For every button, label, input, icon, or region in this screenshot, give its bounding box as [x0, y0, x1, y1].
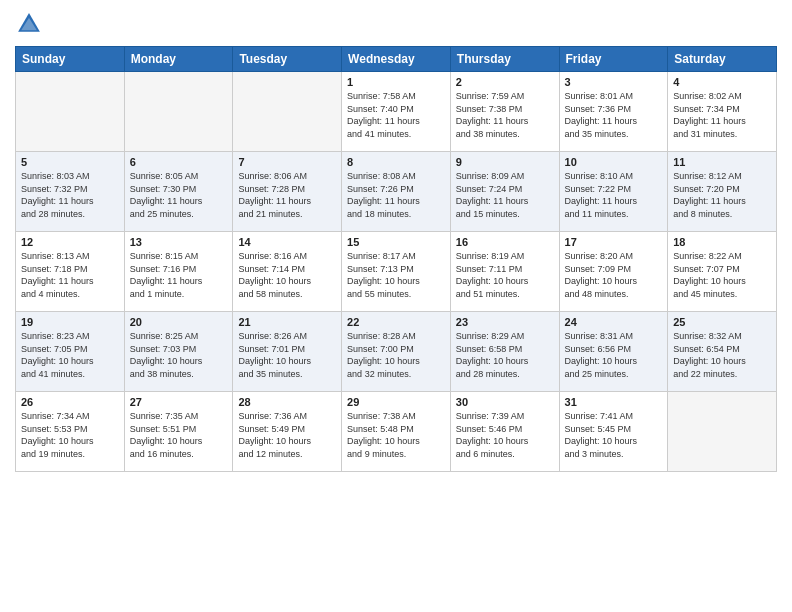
calendar-cell: [668, 392, 777, 472]
day-info: Sunrise: 8:22 AM Sunset: 7:07 PM Dayligh…: [673, 250, 771, 300]
day-info: Sunrise: 8:13 AM Sunset: 7:18 PM Dayligh…: [21, 250, 119, 300]
day-number: 4: [673, 76, 771, 88]
day-number: 26: [21, 396, 119, 408]
calendar-cell: 9Sunrise: 8:09 AM Sunset: 7:24 PM Daylig…: [450, 152, 559, 232]
weekday-header-monday: Monday: [124, 47, 233, 72]
calendar-cell: 26Sunrise: 7:34 AM Sunset: 5:53 PM Dayli…: [16, 392, 125, 472]
calendar-cell: 11Sunrise: 8:12 AM Sunset: 7:20 PM Dayli…: [668, 152, 777, 232]
day-info: Sunrise: 7:39 AM Sunset: 5:46 PM Dayligh…: [456, 410, 554, 460]
calendar-cell: 27Sunrise: 7:35 AM Sunset: 5:51 PM Dayli…: [124, 392, 233, 472]
calendar-cell: 14Sunrise: 8:16 AM Sunset: 7:14 PM Dayli…: [233, 232, 342, 312]
calendar-week-row: 12Sunrise: 8:13 AM Sunset: 7:18 PM Dayli…: [16, 232, 777, 312]
day-info: Sunrise: 7:59 AM Sunset: 7:38 PM Dayligh…: [456, 90, 554, 140]
day-info: Sunrise: 8:20 AM Sunset: 7:09 PM Dayligh…: [565, 250, 663, 300]
day-number: 14: [238, 236, 336, 248]
day-number: 13: [130, 236, 228, 248]
calendar-cell: 22Sunrise: 8:28 AM Sunset: 7:00 PM Dayli…: [342, 312, 451, 392]
calendar-cell: [124, 72, 233, 152]
day-info: Sunrise: 8:02 AM Sunset: 7:34 PM Dayligh…: [673, 90, 771, 140]
day-number: 3: [565, 76, 663, 88]
day-number: 8: [347, 156, 445, 168]
day-info: Sunrise: 7:58 AM Sunset: 7:40 PM Dayligh…: [347, 90, 445, 140]
calendar-week-row: 5Sunrise: 8:03 AM Sunset: 7:32 PM Daylig…: [16, 152, 777, 232]
day-number: 28: [238, 396, 336, 408]
day-info: Sunrise: 8:16 AM Sunset: 7:14 PM Dayligh…: [238, 250, 336, 300]
day-info: Sunrise: 8:29 AM Sunset: 6:58 PM Dayligh…: [456, 330, 554, 380]
day-info: Sunrise: 8:32 AM Sunset: 6:54 PM Dayligh…: [673, 330, 771, 380]
calendar-cell: 23Sunrise: 8:29 AM Sunset: 6:58 PM Dayli…: [450, 312, 559, 392]
weekday-header-row: SundayMondayTuesdayWednesdayThursdayFrid…: [16, 47, 777, 72]
day-info: Sunrise: 8:09 AM Sunset: 7:24 PM Dayligh…: [456, 170, 554, 220]
header: [15, 10, 777, 38]
day-info: Sunrise: 8:23 AM Sunset: 7:05 PM Dayligh…: [21, 330, 119, 380]
day-info: Sunrise: 7:34 AM Sunset: 5:53 PM Dayligh…: [21, 410, 119, 460]
calendar-cell: [16, 72, 125, 152]
calendar-cell: 18Sunrise: 8:22 AM Sunset: 7:07 PM Dayli…: [668, 232, 777, 312]
day-number: 30: [456, 396, 554, 408]
day-info: Sunrise: 8:05 AM Sunset: 7:30 PM Dayligh…: [130, 170, 228, 220]
day-number: 16: [456, 236, 554, 248]
calendar-cell: 31Sunrise: 7:41 AM Sunset: 5:45 PM Dayli…: [559, 392, 668, 472]
calendar-week-row: 1Sunrise: 7:58 AM Sunset: 7:40 PM Daylig…: [16, 72, 777, 152]
day-number: 21: [238, 316, 336, 328]
calendar-cell: 16Sunrise: 8:19 AM Sunset: 7:11 PM Dayli…: [450, 232, 559, 312]
calendar: SundayMondayTuesdayWednesdayThursdayFrid…: [15, 46, 777, 472]
calendar-cell: 21Sunrise: 8:26 AM Sunset: 7:01 PM Dayli…: [233, 312, 342, 392]
day-number: 7: [238, 156, 336, 168]
calendar-cell: [233, 72, 342, 152]
day-info: Sunrise: 8:17 AM Sunset: 7:13 PM Dayligh…: [347, 250, 445, 300]
logo: [15, 10, 47, 38]
calendar-cell: 17Sunrise: 8:20 AM Sunset: 7:09 PM Dayli…: [559, 232, 668, 312]
calendar-cell: 3Sunrise: 8:01 AM Sunset: 7:36 PM Daylig…: [559, 72, 668, 152]
day-info: Sunrise: 8:31 AM Sunset: 6:56 PM Dayligh…: [565, 330, 663, 380]
day-number: 12: [21, 236, 119, 248]
day-number: 5: [21, 156, 119, 168]
day-info: Sunrise: 8:08 AM Sunset: 7:26 PM Dayligh…: [347, 170, 445, 220]
calendar-cell: 7Sunrise: 8:06 AM Sunset: 7:28 PM Daylig…: [233, 152, 342, 232]
day-number: 2: [456, 76, 554, 88]
calendar-cell: 20Sunrise: 8:25 AM Sunset: 7:03 PM Dayli…: [124, 312, 233, 392]
calendar-cell: 6Sunrise: 8:05 AM Sunset: 7:30 PM Daylig…: [124, 152, 233, 232]
day-number: 17: [565, 236, 663, 248]
calendar-cell: 30Sunrise: 7:39 AM Sunset: 5:46 PM Dayli…: [450, 392, 559, 472]
day-info: Sunrise: 8:10 AM Sunset: 7:22 PM Dayligh…: [565, 170, 663, 220]
day-number: 31: [565, 396, 663, 408]
calendar-cell: 10Sunrise: 8:10 AM Sunset: 7:22 PM Dayli…: [559, 152, 668, 232]
calendar-cell: 24Sunrise: 8:31 AM Sunset: 6:56 PM Dayli…: [559, 312, 668, 392]
day-info: Sunrise: 7:38 AM Sunset: 5:48 PM Dayligh…: [347, 410, 445, 460]
weekday-header-thursday: Thursday: [450, 47, 559, 72]
day-info: Sunrise: 8:06 AM Sunset: 7:28 PM Dayligh…: [238, 170, 336, 220]
day-number: 20: [130, 316, 228, 328]
weekday-header-wednesday: Wednesday: [342, 47, 451, 72]
day-info: Sunrise: 8:26 AM Sunset: 7:01 PM Dayligh…: [238, 330, 336, 380]
weekday-header-saturday: Saturday: [668, 47, 777, 72]
day-info: Sunrise: 7:36 AM Sunset: 5:49 PM Dayligh…: [238, 410, 336, 460]
calendar-cell: 4Sunrise: 8:02 AM Sunset: 7:34 PM Daylig…: [668, 72, 777, 152]
calendar-cell: 8Sunrise: 8:08 AM Sunset: 7:26 PM Daylig…: [342, 152, 451, 232]
day-info: Sunrise: 8:01 AM Sunset: 7:36 PM Dayligh…: [565, 90, 663, 140]
calendar-cell: 28Sunrise: 7:36 AM Sunset: 5:49 PM Dayli…: [233, 392, 342, 472]
day-number: 29: [347, 396, 445, 408]
calendar-cell: 12Sunrise: 8:13 AM Sunset: 7:18 PM Dayli…: [16, 232, 125, 312]
day-number: 27: [130, 396, 228, 408]
day-number: 19: [21, 316, 119, 328]
day-number: 23: [456, 316, 554, 328]
weekday-header-tuesday: Tuesday: [233, 47, 342, 72]
day-info: Sunrise: 8:19 AM Sunset: 7:11 PM Dayligh…: [456, 250, 554, 300]
day-info: Sunrise: 8:28 AM Sunset: 7:00 PM Dayligh…: [347, 330, 445, 380]
logo-icon: [15, 10, 43, 38]
day-info: Sunrise: 8:25 AM Sunset: 7:03 PM Dayligh…: [130, 330, 228, 380]
weekday-header-friday: Friday: [559, 47, 668, 72]
day-number: 15: [347, 236, 445, 248]
calendar-cell: 15Sunrise: 8:17 AM Sunset: 7:13 PM Dayli…: [342, 232, 451, 312]
calendar-week-row: 26Sunrise: 7:34 AM Sunset: 5:53 PM Dayli…: [16, 392, 777, 472]
calendar-cell: 29Sunrise: 7:38 AM Sunset: 5:48 PM Dayli…: [342, 392, 451, 472]
calendar-week-row: 19Sunrise: 8:23 AM Sunset: 7:05 PM Dayli…: [16, 312, 777, 392]
page: SundayMondayTuesdayWednesdayThursdayFrid…: [0, 0, 792, 612]
day-info: Sunrise: 8:12 AM Sunset: 7:20 PM Dayligh…: [673, 170, 771, 220]
day-number: 25: [673, 316, 771, 328]
day-info: Sunrise: 7:41 AM Sunset: 5:45 PM Dayligh…: [565, 410, 663, 460]
day-info: Sunrise: 7:35 AM Sunset: 5:51 PM Dayligh…: [130, 410, 228, 460]
day-number: 24: [565, 316, 663, 328]
day-number: 1: [347, 76, 445, 88]
